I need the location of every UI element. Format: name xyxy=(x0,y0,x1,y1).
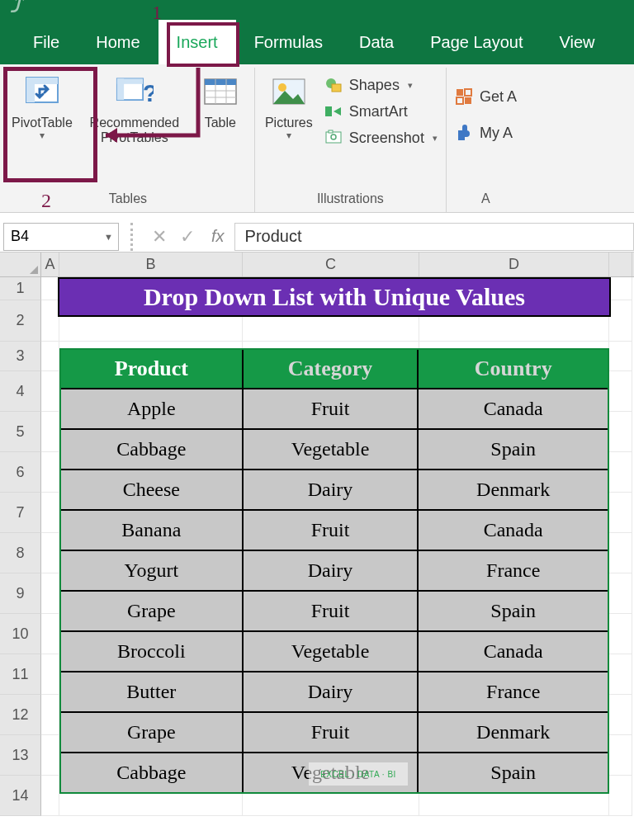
grid-cell[interactable] xyxy=(609,735,632,776)
row-header[interactable]: 10 xyxy=(0,614,41,654)
recommended-pivottables-button[interactable]: ? Recommended PivotTables xyxy=(81,71,188,148)
col-header-C[interactable]: C xyxy=(243,252,419,276)
row-header[interactable]: 9 xyxy=(0,573,41,614)
grid-cell[interactable] xyxy=(609,300,632,342)
col-header-B[interactable]: B xyxy=(59,252,243,276)
grid-cell[interactable] xyxy=(41,452,59,493)
grid-cell[interactable] xyxy=(41,342,59,371)
row-header[interactable]: 2 xyxy=(0,300,41,342)
col-header-E[interactable] xyxy=(609,252,632,276)
table-cell[interactable]: Grape xyxy=(61,711,244,752)
chevron-down-icon[interactable]: ▼ xyxy=(104,232,113,242)
grid-cell[interactable] xyxy=(609,277,632,300)
table-cell[interactable]: Canada xyxy=(419,388,608,428)
grid-cell[interactable] xyxy=(609,412,632,452)
table-cell[interactable]: Grape xyxy=(61,590,244,630)
table-cell[interactable]: Fruit xyxy=(244,590,419,630)
table-cell[interactable]: Yogurt xyxy=(61,550,244,590)
table-cell[interactable]: Apple xyxy=(61,388,244,428)
table-cell[interactable]: Dairy xyxy=(244,550,419,590)
row-header[interactable]: 11 xyxy=(0,654,41,695)
grid-cell[interactable] xyxy=(609,695,632,735)
header-category[interactable]: Category xyxy=(244,350,419,388)
table-cell[interactable]: Broccoli xyxy=(61,630,244,671)
table-cell[interactable]: Cheese xyxy=(61,469,244,509)
table-cell[interactable]: Vegetable xyxy=(244,428,419,469)
row-header[interactable]: 6 xyxy=(0,452,41,493)
pivottable-button[interactable]: PivotTable ▾ xyxy=(7,71,78,144)
col-header-A[interactable]: A xyxy=(41,252,59,276)
table-cell[interactable]: Vegetable xyxy=(244,752,419,792)
table-button[interactable]: Table xyxy=(192,71,249,132)
row-header[interactable]: 12 xyxy=(0,695,41,735)
grid-cell[interactable] xyxy=(41,412,59,452)
pictures-button[interactable]: Pictures ▾ xyxy=(260,71,318,144)
grid-cell[interactable] xyxy=(609,342,632,371)
grid-cell[interactable] xyxy=(41,493,59,533)
tab-home[interactable]: Home xyxy=(78,20,158,64)
table-cell[interactable]: Denmark xyxy=(419,711,608,752)
screenshot-button[interactable]: Screenshot▾ xyxy=(321,127,441,149)
tab-file[interactable]: File xyxy=(15,20,78,64)
table-cell[interactable]: Fruit xyxy=(244,388,419,428)
tab-pagelayout[interactable]: Page Layout xyxy=(412,20,541,64)
table-cell[interactable]: Dairy xyxy=(244,469,419,509)
row-header[interactable]: 8 xyxy=(0,533,41,573)
grid-cell[interactable] xyxy=(41,776,59,816)
select-all-corner[interactable] xyxy=(0,252,41,276)
row-header[interactable]: 3 xyxy=(0,342,41,371)
tab-formulas[interactable]: Formulas xyxy=(236,20,341,64)
header-country[interactable]: Country xyxy=(419,350,608,388)
table-cell[interactable]: France xyxy=(419,550,608,590)
table-cell[interactable]: Spain xyxy=(419,590,608,630)
row-header[interactable]: 5 xyxy=(0,412,41,452)
my-addins-button[interactable]: My A xyxy=(452,122,520,144)
row-header[interactable]: 13 xyxy=(0,735,41,776)
table-cell[interactable]: Cabbage xyxy=(61,428,244,469)
table-cell[interactable]: Canada xyxy=(419,630,608,671)
tab-view[interactable]: View xyxy=(542,20,613,64)
table-cell[interactable]: Cabbage xyxy=(61,752,244,792)
grid-cell[interactable] xyxy=(609,776,632,816)
grid-cell[interactable] xyxy=(41,735,59,776)
table-cell[interactable]: Butter xyxy=(61,671,244,711)
grid-cell[interactable] xyxy=(609,533,632,573)
grid-cell[interactable] xyxy=(609,573,632,614)
enter-formula-icon[interactable]: ✓ xyxy=(173,226,201,248)
smartart-button[interactable]: SmartArt xyxy=(321,101,441,122)
row-header[interactable]: 1 xyxy=(0,277,41,300)
tab-insert[interactable]: Insert xyxy=(158,20,236,64)
table-cell[interactable]: Canada xyxy=(419,509,608,550)
table-cell[interactable]: Fruit xyxy=(244,509,419,550)
grid-cell[interactable] xyxy=(609,654,632,695)
table-cell[interactable]: Spain xyxy=(419,752,608,792)
get-addins-button[interactable]: Get A xyxy=(452,86,520,107)
table-cell[interactable]: Dairy xyxy=(244,671,419,711)
shapes-button[interactable]: Shapes▾ xyxy=(321,74,441,96)
table-cell[interactable]: France xyxy=(419,671,608,711)
grid-cell[interactable] xyxy=(609,614,632,654)
worksheet-grid[interactable]: A B C D 1234567891011121314 Drop Down Li… xyxy=(0,252,634,816)
grid-cell[interactable] xyxy=(41,573,59,614)
table-cell[interactable]: Fruit xyxy=(244,711,419,752)
tab-data[interactable]: Data xyxy=(341,20,412,64)
table-cell[interactable]: Denmark xyxy=(419,469,608,509)
col-header-D[interactable]: D xyxy=(419,252,609,276)
formula-bar-input[interactable] xyxy=(234,223,634,251)
row-header[interactable]: 14 xyxy=(0,776,41,816)
grid-cell[interactable] xyxy=(609,493,632,533)
grid-cell[interactable] xyxy=(41,654,59,695)
table-cell[interactable]: Vegetable xyxy=(244,630,419,671)
grid-cell[interactable] xyxy=(41,533,59,573)
name-box[interactable]: B4 ▼ xyxy=(3,223,119,251)
grid-cell[interactable] xyxy=(609,371,632,412)
grid-cell[interactable] xyxy=(609,452,632,493)
cancel-formula-icon[interactable]: ✕ xyxy=(145,226,173,248)
grid-cell[interactable] xyxy=(41,300,59,342)
header-product[interactable]: Product xyxy=(61,350,244,388)
grid-cell[interactable] xyxy=(41,614,59,654)
row-header[interactable]: 7 xyxy=(0,493,41,533)
grid-cell[interactable] xyxy=(41,371,59,412)
grid-cell[interactable] xyxy=(41,277,59,300)
grid-cell[interactable] xyxy=(41,695,59,735)
